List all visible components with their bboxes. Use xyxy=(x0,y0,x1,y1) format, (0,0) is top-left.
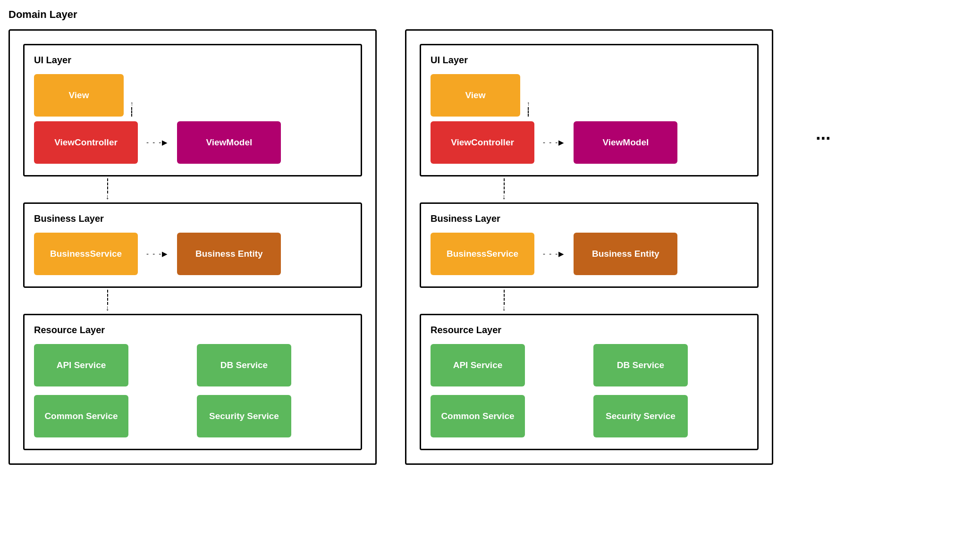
businessservice-block-2: BusinessService xyxy=(431,233,534,275)
arrow-right-icon-3: - - -▶ xyxy=(543,138,565,147)
arrow-right-icon-2: - - -▶ xyxy=(146,250,169,258)
businessentity-block-1: Business Entity xyxy=(177,233,281,275)
businessservice-block-1: BusinessService xyxy=(34,233,138,275)
ui-layer-1: UI Layer View ↑ ViewController - - -▶ xyxy=(23,44,362,176)
resource-layer-label-1: Resource Layer xyxy=(34,325,351,336)
viewmodel-block-1: ViewModel xyxy=(177,121,281,164)
businessentity-block-2: Business Entity xyxy=(574,233,677,275)
domain-column-2: UI Layer View ↑ ViewController - - -▶ Vi… xyxy=(405,29,773,465)
arrow-down-icon-1a: ↓ xyxy=(106,193,110,201)
domain-column-1: UI Layer View ↑ ViewController - - -▶ xyxy=(8,29,377,465)
arrow-right-icon-4: - - -▶ xyxy=(543,250,565,258)
business-layer-2: Business Layer BusinessService - - -▶ Bu… xyxy=(420,202,759,288)
ellipsis: ... xyxy=(802,29,831,144)
arrow-down-icon-2a: ↓ xyxy=(502,193,506,201)
security-service-block-1: Security Service xyxy=(197,395,291,437)
common-service-block-1: Common Service xyxy=(34,395,128,437)
ui-layer-label-2: UI Layer xyxy=(431,55,748,66)
resource-layer-2: Resource Layer API Service DB Service Co… xyxy=(420,314,759,450)
arrow-up-icon-2: ↑ xyxy=(527,100,530,107)
business-layer-1: Business Layer BusinessService - - -▶ Bu… xyxy=(23,202,362,288)
viewcontroller-block-1: ViewController xyxy=(34,121,138,164)
ui-layer-2: UI Layer View ↑ ViewController - - -▶ Vi… xyxy=(420,44,759,176)
db-service-block-1: DB Service xyxy=(197,344,291,386)
arrow-up-icon-1: ↑ xyxy=(130,100,134,107)
view-block-2: View xyxy=(431,74,520,117)
security-service-block-2: Security Service xyxy=(593,395,688,437)
arrow-down-icon-1b: ↓ xyxy=(106,304,110,312)
common-service-block-2: Common Service xyxy=(431,395,525,437)
page-title: Domain Layer xyxy=(8,8,972,21)
business-layer-label-1: Business Layer xyxy=(34,213,351,224)
db-service-block-2: DB Service xyxy=(593,344,688,386)
viewmodel-block-2: ViewModel xyxy=(574,121,677,164)
view-block-1: View xyxy=(34,74,124,117)
resource-layer-1: Resource Layer API Service DB Service Co… xyxy=(23,314,362,450)
api-service-block-2: API Service xyxy=(431,344,525,386)
business-layer-label-2: Business Layer xyxy=(431,213,748,224)
api-service-block-1: API Service xyxy=(34,344,128,386)
resource-layer-label-2: Resource Layer xyxy=(431,325,748,336)
arrow-down-icon-2b: ↓ xyxy=(502,304,506,312)
arrow-right-icon-1: - - -▶ xyxy=(146,138,169,147)
viewcontroller-block-2: ViewController xyxy=(431,121,534,164)
ui-layer-label-1: UI Layer xyxy=(34,55,351,66)
